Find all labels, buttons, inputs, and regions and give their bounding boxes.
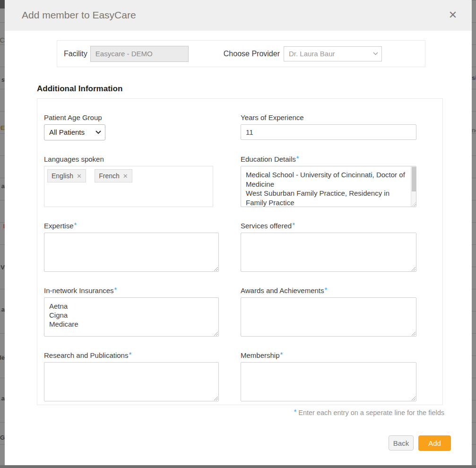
research-publications-textarea-wrap [44,362,219,401]
resize-grip-icon[interactable] [412,202,416,206]
patient-age-group-select[interactable]: All Patients [44,124,105,140]
required-asterisk: * [74,221,77,229]
backdrop-left: C s DE a I V a le a G [0,0,5,468]
field-research-publications: Research and Publications* [44,351,219,401]
services-offered-textarea[interactable] [241,233,416,271]
field-membership: Membership* [241,351,416,401]
footnote: * Enter each entry on a seperate line fo… [37,409,444,416]
close-icon[interactable]: ✕ [446,9,459,22]
services-offered-label: Services offered* [241,222,416,230]
expertise-label: Expertise* [44,222,219,230]
backdrop-corner [0,0,5,9]
in-network-insurances-textarea-wrap: Aetna Cigna Medicare [44,297,219,337]
remove-tag-icon[interactable]: ✕ [123,173,128,180]
language-tag: English ✕ [47,169,86,182]
modal-actions: Back Add [389,435,451,451]
background-text-fragment: ne [472,127,476,134]
background-text-fragment: a [1,395,5,402]
additional-info-panel: Patient Age Group All Patients Years of … [37,98,443,405]
required-asterisk: * [296,154,299,162]
modal-title: Add member to EasyCare [22,9,136,21]
required-asterisk: * [325,286,328,294]
facility-provider-panel: Facility Choose Provider Dr. Laura Baur [57,40,425,67]
field-in-network-insurances: In-network Insurances* Aetna Cigna Medic… [44,286,219,337]
field-expertise: Expertise* [44,222,219,272]
chevron-down-icon [373,52,378,55]
add-button[interactable]: Add [418,435,451,451]
modal-header: Add member to EasyCare ✕ [5,0,472,31]
language-tag-label: English [52,172,73,180]
awards-achievements-textarea[interactable] [241,298,416,336]
background-text-fragment: le [0,354,5,361]
education-details-label: Education Details* [241,155,416,163]
membership-textarea-wrap [241,362,416,401]
years-of-experience-input[interactable] [241,124,416,140]
background-text-fragment: DE [0,124,5,131]
language-tag-label: French [99,172,120,180]
field-services-offered: Services offered* [241,222,416,272]
footnote-text: Enter each entry on a seperate line for … [296,409,444,416]
expertise-textarea[interactable] [44,233,218,271]
background-text-fragment: C [0,36,5,44]
in-network-insurances-label: In-network Insurances* [44,286,219,295]
services-offered-textarea-wrap [241,233,416,272]
facility-label: Facility [64,50,87,58]
provider-select-value: Dr. Laura Baur [289,50,335,58]
in-network-insurances-textarea[interactable]: Aetna Cigna Medicare [44,298,218,336]
scrollbar[interactable] [411,166,416,207]
background-text-fragment: si [472,74,476,81]
provider-select[interactable]: Dr. Laura Baur [284,46,382,61]
required-asterisk: * [280,350,283,358]
choose-provider-label: Choose Provider [224,50,280,58]
required-asterisk: * [294,408,296,416]
background-text-fragment: a [1,306,5,313]
facility-input [90,46,189,62]
years-of-experience-label: Years of Experience [241,113,416,121]
languages-spoken-label: Languages spoken [44,155,219,163]
required-asterisk: * [114,286,117,294]
education-details-text: Medical School - University of Cincinnat… [241,166,407,207]
field-years-of-experience: Years of Experience [241,113,416,140]
research-publications-label: Research and Publications* [44,351,219,359]
background-text-fragment: G [0,434,5,441]
field-education-details: Education Details* Medical School - Univ… [241,155,416,207]
add-member-modal: Add member to EasyCare ✕ Facility Choose… [5,0,472,465]
patient-age-group-value: All Patients [49,128,85,136]
expertise-textarea-wrap [44,233,219,272]
required-asterisk: * [129,350,131,358]
back-button[interactable]: Back [389,435,414,451]
membership-textarea[interactable] [241,363,416,401]
language-tag: French ✕ [95,169,132,182]
backdrop-bottom [0,465,476,468]
education-details-textarea[interactable]: Medical School - University of Cincinnat… [241,166,416,207]
languages-tag-input[interactable]: English ✕ French ✕ [44,166,213,207]
awards-achievements-textarea-wrap [241,297,416,337]
field-patient-age-group: Patient Age Group All Patients [44,113,219,140]
scrollbar-thumb[interactable] [412,167,416,191]
section-heading: Additional Information [37,84,122,94]
patient-age-group-label: Patient Age Group [44,113,219,121]
background-text-fragment: V [0,264,5,271]
backdrop-right: si ne [472,0,476,468]
awards-achievements-label: Awards and Achievements* [241,286,416,295]
research-publications-textarea[interactable] [44,363,218,401]
required-asterisk: * [292,221,295,229]
remove-tag-icon[interactable]: ✕ [77,173,82,180]
membership-label: Membership* [241,351,416,359]
field-languages-spoken: Languages spoken English ✕ French ✕ [44,155,219,207]
background-text-fragment: a [1,182,5,190]
background-text-fragment: s [1,76,5,83]
chevron-down-icon [95,130,101,134]
field-awards-achievements: Awards and Achievements* [241,286,416,337]
